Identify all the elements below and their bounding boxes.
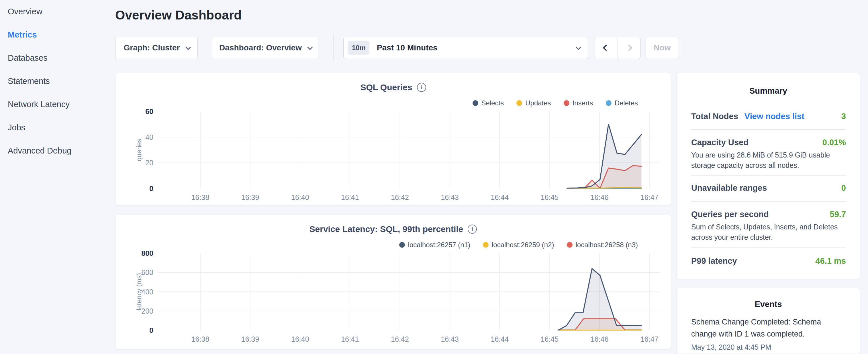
capacity-used-label: Capacity Used [691, 138, 748, 147]
sidebar-item-label: Overview [8, 7, 42, 16]
dashboard-dropdown[interactable]: Dashboard: Overview [212, 37, 318, 59]
svg-text:16:39: 16:39 [241, 335, 259, 343]
svg-text:60: 60 [145, 109, 153, 116]
legend-dot-icon [472, 100, 478, 106]
p99-latency-label: P99 latency [691, 256, 737, 266]
qps-label: Queries per second [691, 210, 769, 219]
sidebar-item-label: Statements [8, 76, 50, 86]
view-nodes-list-link[interactable]: View nodes list [744, 112, 804, 121]
time-step-forward-button[interactable] [618, 37, 641, 59]
sidebar-item-label: Advanced Debug [8, 146, 72, 156]
info-icon[interactable]: i [417, 83, 426, 92]
legend-item-selects[interactable]: Selects [472, 99, 504, 107]
svg-text:16:38: 16:38 [191, 335, 210, 343]
divider [691, 175, 846, 175]
legend-dot-icon [517, 100, 522, 106]
chart-legend: Selects Updates Inserts Deletes [472, 99, 638, 107]
svg-text:16:44: 16:44 [491, 193, 509, 201]
svg-text:400: 400 [141, 288, 153, 296]
legend-label: Deletes [615, 99, 638, 107]
sidebar-item-advanced-debug[interactable]: Advanced Debug [0, 139, 115, 162]
svg-text:200: 200 [141, 307, 153, 315]
svg-text:600: 600 [141, 268, 153, 277]
legend-item-inserts[interactable]: Inserts [564, 99, 593, 107]
svg-text:16:38: 16:38 [191, 193, 210, 201]
chevron-down-icon [185, 45, 191, 50]
service-latency-chart[interactable]: 020040060080016:3816:3916:4016:4116:4216… [135, 251, 665, 343]
svg-text:40: 40 [145, 133, 153, 141]
svg-text:0: 0 [149, 185, 153, 192]
time-step-back-button[interactable] [595, 37, 618, 59]
sidebar-item-databases[interactable]: Databases [0, 46, 115, 70]
legend-label: Inserts [572, 99, 593, 107]
legend-dot-icon [606, 100, 612, 106]
sql-queries-chart[interactable]: 020406016:3816:3916:4016:4116:4216:4316:… [135, 109, 665, 201]
svg-text:16:46: 16:46 [591, 193, 609, 201]
legend-item-node3[interactable]: localhost:26258 (n3) [567, 241, 638, 249]
summary-panel: Summary Total Nodes View nodes list 3 Ca… [677, 73, 860, 279]
legend-item-updates[interactable]: Updates [517, 99, 551, 107]
legend-label: localhost:26257 (n1) [408, 241, 470, 249]
graph-scope-dropdown[interactable]: Graph: Cluster [115, 37, 198, 59]
svg-text:16:47: 16:47 [641, 193, 658, 201]
sidebar-item-label: Jobs [8, 123, 25, 132]
now-button[interactable]: Now [646, 37, 679, 59]
time-range-dropdown[interactable]: 10m Past 10 Minutes [343, 37, 588, 59]
overview-dashboard-page: { "sidebar": { "items": [ { "label": "Ov… [0, 0, 868, 354]
legend-item-deletes[interactable]: Deletes [606, 99, 638, 107]
divider [691, 129, 846, 130]
svg-text:16:41: 16:41 [341, 193, 359, 201]
sidebar-item-network-latency[interactable]: Network Latency [0, 93, 115, 116]
capacity-used-description: You are using 28.6 MiB of 515.9 GiB usab… [691, 150, 847, 170]
sidebar-item-metrics[interactable]: Metrics [0, 23, 115, 46]
svg-text:16:42: 16:42 [391, 335, 409, 343]
legend-item-node2[interactable]: localhost:26259 (n2) [483, 241, 554, 249]
legend-item-node1[interactable]: localhost:26257 (n1) [399, 241, 470, 249]
total-nodes-label: Total Nodes [691, 112, 738, 121]
total-nodes-value: 3 [841, 112, 846, 121]
sidebar-item-statements[interactable]: Statements [0, 70, 115, 93]
qps-value: 59.7 [830, 210, 846, 219]
time-range-label: Past 10 Minutes [377, 43, 438, 53]
summary-row-unavailable-ranges: Unavailable ranges 0 [691, 182, 846, 194]
legend-label: Updates [525, 99, 551, 107]
legend-label: localhost:26259 (n2) [492, 241, 554, 249]
svg-text:16:44: 16:44 [491, 335, 509, 343]
svg-text:16:43: 16:43 [441, 335, 459, 343]
svg-text:16:46: 16:46 [591, 335, 609, 343]
legend-dot-icon [567, 242, 572, 248]
unavailable-ranges-label: Unavailable ranges [691, 183, 767, 193]
svg-text:20: 20 [145, 159, 153, 167]
events-panel: Events Schema Change Completed: Schema c… [677, 288, 860, 354]
chart-title: SQL Queries [360, 83, 412, 92]
event-message[interactable]: Schema Change Completed: Schema change w… [691, 316, 832, 340]
chart-legend: localhost:26257 (n1) localhost:26259 (n2… [399, 241, 638, 249]
qps-description: Sum of Selects, Updates, Inserts, and De… [691, 222, 847, 242]
time-range-badge: 10m [348, 41, 369, 55]
legend-label: localhost:26258 (n3) [576, 241, 638, 249]
toolbar-divider [333, 34, 334, 61]
summary-title: Summary [677, 86, 860, 96]
svg-text:16:43: 16:43 [441, 193, 459, 201]
chevron-right-icon [626, 45, 632, 51]
info-icon[interactable]: i [468, 225, 477, 234]
summary-row-qps: Queries per second 59.7 [691, 208, 846, 221]
svg-text:16:40: 16:40 [291, 335, 309, 343]
sidebar-nav: Overview Metrics Databases Statements Ne… [0, 0, 115, 354]
sidebar-item-overview[interactable]: Overview [0, 0, 115, 23]
svg-text:latency (ms): latency (ms) [135, 273, 143, 311]
sidebar-item-label: Network Latency [8, 100, 70, 109]
svg-text:16:39: 16:39 [241, 193, 259, 201]
sidebar-item-jobs[interactable]: Jobs [0, 116, 115, 139]
svg-text:800: 800 [141, 251, 153, 257]
sidebar-item-label: Metrics [8, 30, 37, 39]
summary-row-p99: P99 latency 46.1 ms [691, 255, 846, 267]
summary-row-capacity: Capacity Used 0.01% [691, 136, 846, 149]
chevron-down-icon [576, 45, 581, 50]
chevron-left-icon [603, 45, 610, 51]
summary-row-total-nodes: Total Nodes View nodes list 3 [691, 110, 846, 123]
legend-dot-icon [399, 242, 405, 248]
svg-text:16:45: 16:45 [541, 193, 559, 201]
legend-dot-icon [564, 100, 569, 106]
sidebar-item-label: Databases [8, 53, 48, 63]
